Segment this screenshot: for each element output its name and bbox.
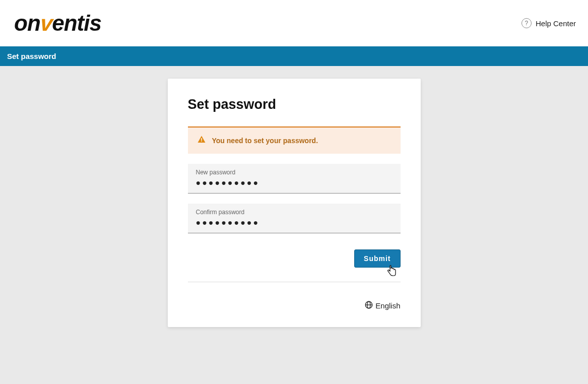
help-icon: ?: [521, 18, 532, 28]
form-actions: Submit: [188, 249, 401, 282]
title-bar-text: Set password: [7, 52, 56, 60]
brand-v: v: [39, 12, 53, 34]
brand-logo: onventis: [14, 12, 101, 34]
confirm-password-value: ●●●●●●●●●●: [196, 219, 393, 227]
card-heading: Set password: [188, 97, 401, 112]
svg-rect-1: [201, 141, 202, 142]
confirm-password-field[interactable]: Confirm password ●●●●●●●●●●: [188, 204, 401, 233]
brand-text-pre: on: [14, 12, 40, 34]
new-password-label: New password: [196, 169, 393, 176]
alert-text: You need to set your password.: [212, 137, 318, 145]
new-password-field[interactable]: New password ●●●●●●●●●●: [188, 164, 401, 194]
language-label: English: [375, 301, 400, 310]
svg-rect-0: [201, 138, 202, 141]
app-header: onventis ? Help Center: [0, 0, 588, 46]
globe-icon: [364, 300, 373, 311]
help-center-link[interactable]: ? Help Center: [521, 18, 576, 28]
submit-button[interactable]: Submit: [354, 249, 400, 268]
title-bar: Set password: [0, 46, 588, 66]
new-password-value: ●●●●●●●●●●: [196, 179, 393, 187]
language-selector[interactable]: English: [188, 300, 401, 311]
help-center-label: Help Center: [536, 19, 576, 28]
confirm-password-label: Confirm password: [196, 209, 393, 216]
set-password-card: Set password You need to set your passwo…: [168, 79, 421, 327]
warning-icon: [197, 135, 206, 146]
warning-alert: You need to set your password.: [188, 126, 401, 154]
brand-text-post: entis: [52, 12, 101, 34]
